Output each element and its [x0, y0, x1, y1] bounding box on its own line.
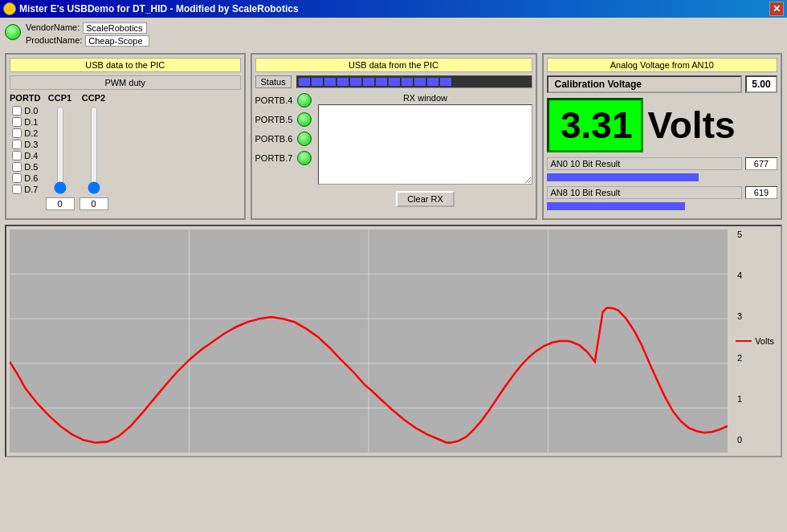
portb5-led [297, 112, 312, 127]
portb7-label: PORTB.7 [255, 153, 293, 163]
legend-label: Volts [755, 336, 774, 346]
legend-line [736, 340, 752, 342]
vendor-block: VendorName: ScaleRobotics ProductName: C… [5, 22, 149, 48]
usb-from-pic-panel: USB data from the PIC Status [251, 53, 537, 220]
portd-bit-2[interactable]: D.2 [12, 128, 38, 138]
rx-window-label: RX window [318, 93, 532, 103]
an0-value: 677 [745, 157, 777, 170]
y-label-5: 5 [737, 229, 777, 239]
portd-cb-1[interactable] [12, 117, 22, 127]
ccp2-slider[interactable] [86, 106, 102, 194]
vendor-info: VendorName: ScaleRobotics ProductName: C… [26, 22, 149, 48]
portb5-label: PORTB.5 [255, 115, 293, 124]
portd-bit-4[interactable]: D.4 [12, 151, 38, 160]
portb-rx-section: PORTB.4 PORTB.5 PORTB.6 PORTB.7 [255, 93, 532, 207]
portd-cb-0[interactable] [12, 106, 22, 116]
an0-progress [547, 173, 699, 181]
ccp2-value: 0 [80, 197, 108, 210]
rx-window[interactable] [318, 104, 532, 185]
chart-section: 5 4 3 2 1 0 Volts [5, 225, 782, 457]
close-button[interactable]: ✕ [769, 2, 784, 16]
portb4-led [297, 93, 312, 108]
portd-cb-7[interactable] [12, 185, 22, 194]
portd-bit-6[interactable]: D.6 [12, 173, 38, 183]
ccp1-label: CCP1 [48, 93, 71, 103]
cal-value: 5.00 [745, 75, 777, 93]
portb5-row: PORTB.5 [255, 112, 312, 127]
portd-cb-2[interactable] [12, 128, 22, 138]
portd-cb-3[interactable] [12, 140, 22, 149]
portd-bit-3[interactable]: D.3 [12, 140, 38, 149]
an8-row: AN8 10 Bit Result 619 [547, 186, 778, 199]
portd-section: PORTD D.0 D.1 D.2 D.3 D.4 D.5 D.6 D.7 CC… [10, 93, 241, 210]
portb6-label: PORTB.6 [255, 134, 293, 144]
portd-cb-6[interactable] [12, 173, 22, 183]
vendor-name-value: ScaleRobotics [83, 22, 147, 34]
ccp2-group: CCP2 0 [80, 93, 108, 210]
an0-row: AN0 10 Bit Result 677 [547, 157, 778, 170]
top-section: VendorName: ScaleRobotics ProductName: C… [5, 22, 782, 48]
cal-row: Calibration Voltage 5.00 [547, 75, 778, 93]
portb7-row: PORTB.7 [255, 151, 312, 165]
portd-bit-5[interactable]: D.5 [12, 162, 38, 172]
pwm-duty-label: PWM duty [10, 75, 241, 90]
app-icon [3, 2, 16, 15]
portd-group: PORTD D.0 D.1 D.2 D.3 D.4 D.5 D.6 D.7 [10, 93, 41, 210]
an8-value: 619 [745, 186, 777, 199]
portb-leds: PORTB.4 PORTB.5 PORTB.6 PORTB.7 [255, 93, 312, 207]
portd-bit-1[interactable]: D.1 [12, 117, 38, 127]
product-name-value: Cheap-Scope [85, 35, 149, 47]
ccp2-label: CCP2 [82, 93, 105, 103]
portb4-label: PORTB.4 [255, 95, 293, 105]
portd-cb-5[interactable] [12, 162, 22, 172]
y-label-2: 2 [737, 353, 777, 363]
analog-label: Analog Voltage from AN10 [547, 58, 778, 72]
an8-label: AN8 10 Bit Result [547, 186, 743, 199]
portb7-led [297, 151, 312, 165]
ccp1-slider[interactable] [52, 106, 68, 194]
chart-svg [10, 229, 728, 453]
status-label: Status [255, 75, 292, 88]
vendor-name-label: VendorName: [26, 22, 80, 34]
status-progress [296, 75, 532, 88]
portd-bit-7[interactable]: D.7 [12, 185, 38, 194]
ccp1-value: 0 [46, 197, 75, 210]
portd-label: PORTD [10, 93, 41, 103]
product-name-label: ProductName: [26, 35, 82, 47]
chart-legend: Volts [736, 336, 774, 346]
usb-from-pic-label: USB data from the PIC [255, 58, 532, 72]
portd-cb-4[interactable] [12, 151, 22, 160]
clear-rx-button[interactable]: Clear RX [396, 191, 455, 207]
main-content: VendorName: ScaleRobotics ProductName: C… [0, 18, 787, 532]
an8-progress [547, 202, 686, 210]
title-text: Mister E's USBDemo for DT_HID - Modified… [19, 3, 299, 14]
portb6-row: PORTB.6 [255, 132, 312, 146]
portb4-row: PORTB.4 [255, 93, 312, 108]
title-bar: Mister E's USBDemo for DT_HID - Modified… [0, 0, 787, 18]
panels-row: USB data to the PIC PWM duty PORTD D.0 D… [5, 53, 782, 220]
usb-to-pic-panel: USB data to the PIC PWM duty PORTD D.0 D… [5, 53, 246, 220]
ccp1-group: CCP1 0 [46, 93, 75, 210]
voltage-display: 3.31 Volts [547, 98, 778, 152]
status-row: Status [255, 75, 532, 88]
portb6-led [297, 132, 312, 146]
an0-label: AN0 10 Bit Result [547, 157, 743, 170]
y-label-3: 3 [737, 311, 777, 321]
y-label-4: 4 [737, 270, 777, 280]
connection-led [5, 24, 21, 40]
voltage-number: 3.31 [547, 98, 643, 152]
rx-section: RX window Clear RX [318, 93, 532, 207]
y-label-1: 1 [737, 394, 777, 404]
portd-checkboxes: D.0 D.1 D.2 D.3 D.4 D.5 D.6 D.7 [12, 106, 38, 194]
y-label-0: 0 [737, 435, 777, 445]
analog-panel: Analog Voltage from AN10 Calibration Vol… [542, 53, 783, 220]
usb-to-pic-label: USB data to the PIC [10, 58, 241, 72]
voltage-unit: Volts [648, 104, 736, 147]
portd-bit-0[interactable]: D.0 [12, 106, 38, 116]
cal-label: Calibration Voltage [547, 75, 743, 93]
